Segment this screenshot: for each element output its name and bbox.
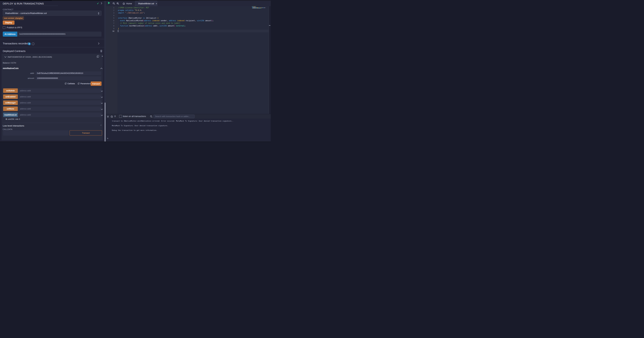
function-actions-row: Calldata Parameters transact bbox=[2, 82, 102, 86]
left-panel-scrollbar-thumb[interactable] bbox=[105, 102, 106, 142]
code-line: //SPDX-License-Identifier: MIT bbox=[118, 6, 214, 9]
terminal-output[interactable]: transact to INativeMinter.mintNativeCoin… bbox=[106, 118, 271, 142]
field-input[interactable]: 0xB78cbAa319ffBD899951AA30D4320f58189383… bbox=[36, 72, 101, 75]
code-line: interface INativeMinter is IAllowList { bbox=[118, 17, 214, 19]
editor-overview-ruler[interactable] bbox=[269, 6, 271, 114]
code-line: import "./IAllowList.sol"; bbox=[118, 12, 214, 14]
transactions-recorded-section[interactable]: Transactions recorded 2 i bbox=[0, 40, 104, 48]
field-input[interactable]: 1000000000000000000 bbox=[36, 76, 101, 80]
code-token: interface bbox=[118, 17, 127, 19]
transactions-info-icon[interactable]: i bbox=[32, 42, 34, 45]
terminal-collapse-icon[interactable] bbox=[107, 115, 109, 118]
code-token: is bbox=[143, 17, 145, 19]
terminal-search-input[interactable]: Search with transaction hash or addre... bbox=[154, 114, 194, 118]
remove-instance-icon[interactable]: ✕ bbox=[102, 55, 103, 58]
setAdmin-input[interactable]: address addr bbox=[18, 88, 102, 93]
code-token: ; bbox=[144, 12, 145, 14]
code-line: // Mint [amount] number of native coins … bbox=[118, 22, 214, 24]
pending-tx-count: 0 bbox=[114, 115, 116, 118]
code-token: amount bbox=[167, 25, 174, 27]
setEnabled-button[interactable]: setEnabled bbox=[3, 94, 18, 99]
panel-expand-chevron-icon[interactable] bbox=[101, 2, 102, 5]
parameters-label: Parameters bbox=[80, 82, 91, 84]
clear-console-ban-icon[interactable] bbox=[111, 115, 113, 118]
setEnabled-input[interactable]: address addr bbox=[18, 94, 102, 99]
deploy-button[interactable]: Deploy bbox=[3, 20, 14, 25]
zoom-out-icon[interactable] bbox=[112, 2, 115, 6]
code-token: mintNativeCoin bbox=[128, 25, 144, 27]
zoom-in-icon[interactable] bbox=[116, 2, 119, 6]
tab-close-icon[interactable]: ✕ bbox=[156, 2, 157, 5]
code-token: ; bbox=[212, 20, 214, 22]
at-address-button[interactable]: At Address bbox=[3, 32, 17, 36]
panel-title: DEPLOY & RUN TRANSACTIONS bbox=[3, 2, 44, 5]
low-level-calldata-input[interactable] bbox=[3, 130, 69, 136]
setEnabled-expand-chevron-icon[interactable] bbox=[101, 96, 103, 99]
code-line: } bbox=[118, 27, 214, 30]
tab-active-file[interactable]: INativeMinter.sol ✕ bbox=[135, 1, 157, 6]
at-address-input[interactable]: 0x02000000000000000000000000000000000000… bbox=[17, 32, 102, 36]
setAdmin-expand-chevron-icon[interactable] bbox=[101, 90, 103, 93]
tab-home[interactable]: Home bbox=[121, 1, 134, 6]
contract-select[interactable]: INativeMinter - contracts/INativeMinter.… bbox=[3, 11, 102, 16]
setManager-expand-chevron-icon[interactable] bbox=[101, 102, 103, 105]
code-token bbox=[118, 25, 120, 27]
terminal-prompt[interactable]: > bbox=[107, 137, 108, 140]
section-divider bbox=[0, 39, 104, 39]
line-number: 1 bbox=[106, 6, 114, 9]
readAllowList-button[interactable]: readAllowList bbox=[3, 112, 18, 117]
readAllowList-expand-chevron-icon[interactable] bbox=[101, 114, 103, 117]
function-row-setManager: setManageraddress addr bbox=[3, 100, 101, 105]
low-level-info-icon[interactable]: i bbox=[101, 124, 101, 126]
trash-icon[interactable] bbox=[100, 50, 102, 53]
panel-splitter[interactable] bbox=[104, 1, 106, 142]
setManager-input[interactable]: address addr bbox=[18, 100, 102, 105]
code-token: address bbox=[144, 20, 151, 22]
code-token: pragma bbox=[118, 9, 124, 11]
listen-transactions-checkbox[interactable] bbox=[119, 115, 122, 118]
low-level-transact-button[interactable]: Transact bbox=[70, 130, 102, 136]
copy-address-icon[interactable] bbox=[97, 55, 99, 58]
transactions-expand-chevron-icon[interactable] bbox=[98, 42, 100, 46]
deployed-contract-card: INATIVEMINTER AT 0X020...00001 (BLOCKCHA… bbox=[2, 54, 103, 140]
function-output-value: uint256: role 3 bbox=[8, 118, 20, 120]
code-token: external bbox=[176, 25, 184, 27]
line-number: 2 bbox=[106, 9, 114, 12]
code-token: ^0.8.0 bbox=[134, 9, 141, 11]
deployed-contracts-label: Deployed Contracts bbox=[3, 50, 26, 52]
instance-collapse-chevron-icon[interactable] bbox=[4, 56, 6, 58]
terminal-search-icon bbox=[150, 115, 152, 118]
readAllowList-input[interactable]: address addr bbox=[18, 112, 102, 117]
setNone-expand-chevron-icon[interactable] bbox=[101, 108, 103, 111]
parameters-copy-button[interactable]: Parameters bbox=[78, 82, 91, 84]
run-script-play-icon[interactable] bbox=[108, 2, 110, 4]
terminal-message: transact to INativeMinter.mintNativeCoin… bbox=[112, 120, 234, 122]
code-token: solidity bbox=[125, 9, 134, 11]
code-token: addr, bbox=[152, 25, 160, 27]
at-address-row: At Address 0x020000000000000000000000000… bbox=[3, 32, 102, 36]
setManager-button[interactable]: setManager bbox=[3, 100, 18, 105]
function-field-row: addr:0xB78cbAa319ffBD899951AA30D4320f581… bbox=[2, 72, 102, 75]
code-token bbox=[118, 22, 120, 24]
publish-ipfs-label: Publish to IPFS bbox=[7, 26, 22, 29]
code-token: } bbox=[118, 28, 119, 30]
line-number: 4 bbox=[106, 14, 114, 17]
code-token: //SPDX-License-Identifier: MIT bbox=[118, 7, 149, 9]
setNone-input[interactable]: address addr bbox=[18, 106, 102, 111]
code-editor[interactable]: 12345678910 //SPDX-License-Identifier: M… bbox=[106, 6, 271, 114]
calldata-copy-button[interactable]: Calldata bbox=[65, 82, 75, 84]
function-row-setEnabled: setEnabledaddress addr bbox=[3, 94, 101, 99]
instance-balance: Balance: 0 ETH bbox=[3, 62, 16, 64]
function-output: 0: uint256: role 3 bbox=[6, 118, 20, 120]
function-collapse-chevron-icon[interactable] bbox=[100, 67, 102, 70]
expanded-function-name: mintNativeCoin bbox=[3, 67, 19, 70]
code-token bbox=[118, 20, 120, 22]
editor-minimap[interactable] bbox=[252, 6, 269, 9]
terminal-message: Debug the transaction to get more inform… bbox=[112, 129, 157, 131]
field-label: amount: bbox=[2, 76, 34, 80]
publish-ipfs-checkbox[interactable] bbox=[3, 26, 5, 29]
setAdmin-button[interactable]: setAdmin bbox=[3, 88, 18, 93]
setNone-button[interactable]: setNone bbox=[3, 106, 18, 111]
transact-button[interactable]: transact bbox=[91, 82, 102, 86]
code-content: //SPDX-License-Identifier: MITpragma sol… bbox=[118, 6, 214, 32]
